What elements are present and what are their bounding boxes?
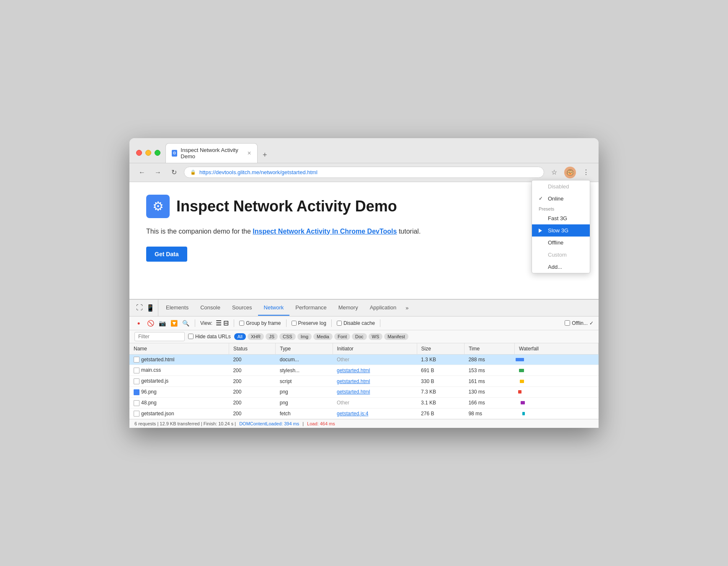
tab-performance[interactable]: Performance [289, 300, 332, 316]
table-row[interactable]: main.css200stylesh...getstarted.html691 … [129, 365, 599, 376]
dropdown-item[interactable]: Add... [532, 261, 590, 273]
table-row[interactable]: getstarted.json200fetchgetstarted.js:427… [129, 408, 599, 419]
filter-img-button[interactable]: Img [297, 333, 312, 340]
clear-button[interactable]: 🚫 [146, 319, 155, 327]
filter-font-button[interactable]: Font [334, 333, 350, 340]
col-status[interactable]: Status [229, 343, 275, 355]
dropdown-item: Custom [532, 249, 590, 261]
initiator-link[interactable]: getstarted.html [337, 389, 370, 395]
table-row[interactable]: getstarted.html200docum...Other1.3 KB288… [129, 354, 599, 365]
waterfall-bar [522, 412, 525, 415]
description-prefix: This is the companion demo for the [146, 228, 253, 235]
tab-application[interactable]: Application [364, 300, 403, 316]
tab-elements[interactable]: Elements [160, 300, 194, 316]
minimize-button[interactable] [145, 150, 151, 156]
file-icon [134, 378, 139, 384]
preserve-log-checkbox[interactable] [292, 321, 297, 326]
filter-manifest-button[interactable]: Manifest [384, 333, 408, 340]
cell-type: png [276, 387, 333, 398]
filter-doc-button[interactable]: Doc [352, 333, 367, 340]
get-data-button[interactable]: Get Data [146, 247, 187, 262]
close-button[interactable] [136, 150, 142, 156]
dropdown-item[interactable]: Offline [532, 237, 590, 249]
avatar[interactable]: 🐵 [564, 167, 576, 178]
tab-network[interactable]: Network [258, 300, 290, 316]
group-by-frame-text: Group by frame [246, 320, 281, 326]
url-bar[interactable]: 🔒 https://devtools.glitch.me/network/get… [184, 167, 544, 178]
record-button[interactable]: ● [134, 319, 143, 327]
search-icon[interactable]: 🔍 [181, 319, 190, 327]
device-icon[interactable]: 📱 [146, 304, 155, 312]
devtools-tab-bar: ⛶ 📱 Elements Console Sources Network Per… [129, 300, 599, 316]
throttle-dropdown: Disabled✓OnlinePresetsFast 3GSlow 3GOffl… [532, 180, 590, 273]
cell-status: 200 [229, 376, 275, 387]
disable-cache-checkbox[interactable] [337, 321, 342, 326]
status-summary: 6 requests | 12.9 KB transferred | Finis… [134, 421, 236, 426]
hide-data-urls-checkbox[interactable] [188, 334, 194, 339]
filter-xhr-button[interactable]: XHR [248, 333, 264, 340]
table-row[interactable]: 96.png200pnggetstarted.html7.3 KB130 ms [129, 387, 599, 398]
filter-icon[interactable]: 🔽 [170, 319, 178, 327]
group-by-frame-checkbox[interactable] [239, 321, 244, 326]
col-time[interactable]: Time [464, 343, 514, 355]
list-view-icon[interactable]: ☰ [216, 319, 222, 327]
bookmark-icon[interactable]: ☆ [548, 167, 560, 178]
cell-initiator[interactable]: getstarted.js:4 [333, 408, 417, 419]
refresh-button[interactable]: ↻ [168, 167, 180, 178]
dropdown-item[interactable]: ✓Online [532, 193, 590, 205]
filter-media-button[interactable]: Media [313, 333, 333, 340]
active-tab[interactable]: ⚙ Inspect Network Activity Demo ✕ [165, 143, 258, 163]
filter-all-button[interactable]: All [234, 333, 246, 340]
menu-icon[interactable]: ⋮ [580, 167, 592, 178]
col-size[interactable]: Size [417, 343, 464, 355]
tab-console[interactable]: Console [194, 300, 226, 316]
offline-checkbox[interactable] [565, 320, 570, 326]
dropdown-checkmark [539, 227, 545, 233]
table-row[interactable]: 48.png200pngOther3.1 KB166 ms [129, 397, 599, 408]
more-tabs-button[interactable]: » [402, 301, 412, 315]
table-row[interactable]: getstarted.js200scriptgetstarted.html330… [129, 376, 599, 387]
cell-waterfall [515, 387, 599, 398]
description-suffix: tutorial. [397, 228, 421, 235]
filter-ws-button[interactable]: WS [369, 333, 383, 340]
cell-initiator[interactable]: getstarted.html [333, 376, 417, 387]
network-toolbar: ● 🚫 📷 🔽 🔍 View: ☰ ⊟ Group by frame Prese… [129, 316, 599, 330]
inspector-icon[interactable]: ⛶ [136, 304, 143, 311]
filter-bar: Hide data URLs All XHR JS CSS Img Media … [129, 330, 599, 343]
cell-status: 200 [229, 387, 275, 398]
large-rows-icon[interactable]: ⊟ [223, 319, 229, 327]
cell-initiator[interactable]: getstarted.html [333, 365, 417, 376]
tab-title: Inspect Network Activity Demo [181, 147, 242, 160]
capture-screenshot-button[interactable]: 📷 [158, 319, 166, 327]
devtools-panel: ⛶ 📱 Elements Console Sources Network Per… [129, 299, 599, 428]
cell-type: stylesh... [276, 365, 333, 376]
url-text: https://devtools.glitch.me/network/getst… [199, 169, 538, 175]
cell-time: 166 ms [464, 397, 514, 408]
col-waterfall[interactable]: Waterfall [515, 343, 599, 355]
dropdown-item[interactable]: Slow 3G [532, 224, 590, 237]
cell-initiator[interactable]: getstarted.html [333, 387, 417, 398]
initiator-link[interactable]: getstarted.js:4 [337, 411, 368, 417]
page-description: This is the companion demo for the Inspe… [146, 226, 582, 237]
dropdown-item-label: Slow 3G [548, 227, 568, 234]
dropdown-checkmark: ✓ [539, 196, 545, 201]
filter-js-button[interactable]: JS [266, 333, 278, 340]
col-initiator[interactable]: Initiator [333, 343, 417, 355]
back-button[interactable]: ← [136, 167, 148, 178]
devtools-link[interactable]: Inspect Network Activity In Chrome DevTo… [253, 228, 397, 235]
cell-size: 276 B [417, 408, 464, 419]
tab-close-button[interactable]: ✕ [247, 150, 251, 156]
dropdown-item[interactable]: Fast 3G [532, 212, 590, 224]
maximize-button[interactable] [155, 150, 160, 156]
col-name[interactable]: Name [129, 343, 229, 355]
initiator-link[interactable]: getstarted.html [337, 368, 370, 373]
initiator-link[interactable]: getstarted.html [337, 378, 370, 384]
cell-time: 130 ms [464, 387, 514, 398]
filter-input[interactable] [134, 332, 185, 341]
tab-sources[interactable]: Sources [226, 300, 258, 316]
new-tab-button[interactable]: + [258, 147, 271, 163]
filter-css-button[interactable]: CSS [279, 333, 296, 340]
tab-memory[interactable]: Memory [333, 300, 364, 316]
forward-button[interactable]: → [152, 167, 164, 178]
col-type[interactable]: Type [276, 343, 333, 355]
